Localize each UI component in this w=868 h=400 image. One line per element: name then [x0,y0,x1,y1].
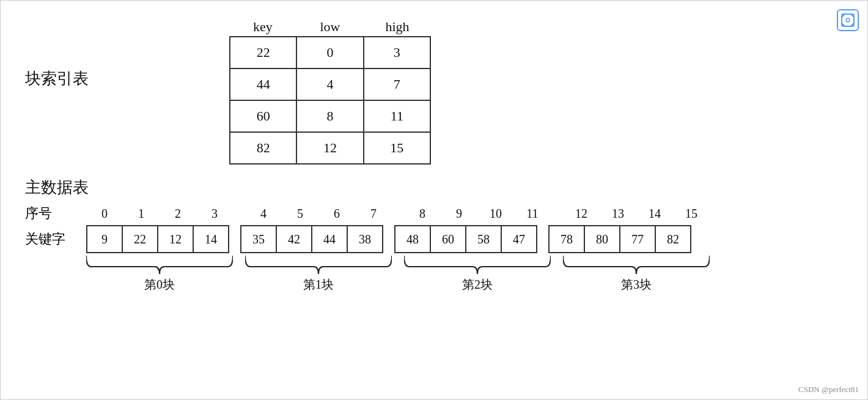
seq-number: 1 [123,207,160,221]
table-row: 821215 [230,132,430,164]
key-cell: 22 [122,225,158,253]
brace-label-2: 第2块 [462,276,493,293]
main-data-section: 主数据表 序号 0123456789101112131415 关键字 92212… [25,177,849,292]
cell-high-0: 3 [364,37,430,69]
brace-svg-1 [245,256,392,274]
key-cell: 42 [276,225,312,253]
key-row: 关键字 9221214354244384860584778807782 [25,225,849,253]
table-row: 2203 [230,37,430,69]
key-cell: 80 [584,225,620,253]
cell-low-3: 12 [296,132,363,164]
svg-point-1 [846,18,850,22]
brace-svg-3 [563,256,710,274]
brace-label-0: 第0块 [144,276,175,293]
brace-group-1: 第1块 [245,256,392,293]
seq-number: 5 [282,207,318,221]
key-cell: 60 [430,225,466,253]
seq-number: 2 [160,207,196,221]
seq-number: 7 [355,207,392,221]
seq-number: 11 [514,207,551,221]
table-row: 4447 [230,69,430,100]
key-cell: 38 [347,225,383,253]
seq-label: 序号 [25,204,74,223]
cell-key-0: 22 [230,37,296,69]
brace-svg-2 [404,256,551,274]
cell-high-3: 15 [364,132,430,164]
braces-area: 第0块第1块第2块第3块 [86,256,849,292]
block-index-label: 块索引表 [25,68,89,89]
seq-number: 13 [600,207,636,221]
index-table-headers: key low high [229,19,431,35]
header-key: key [229,19,296,35]
cell-low-2: 8 [296,100,363,132]
key-label: 关键字 [25,230,74,248]
seq-row: 序号 0123456789101112131415 [25,204,849,223]
index-table-wrapper: key low high 2203444760811821215 [229,19,431,165]
key-cell: 44 [311,225,348,253]
cell-low-1: 4 [296,69,363,100]
index-table: 2203444760811821215 [229,36,431,165]
seq-number: 14 [636,207,673,221]
key-cell: 12 [157,225,194,253]
cell-high-2: 11 [364,100,430,132]
watermark: CSDN @perfect81 [798,385,859,394]
key-cells: 9221214354244384860584778807782 [86,225,691,253]
cell-key-2: 60 [230,100,296,132]
seq-number: 12 [563,207,600,221]
key-cell: 58 [465,225,502,253]
seq-number: 3 [196,207,233,221]
seq-number: 6 [318,207,355,221]
key-cell: 78 [548,225,585,253]
brace-label-3: 第3块 [621,276,652,293]
key-cell: 9 [86,225,123,253]
cell-low-0: 0 [296,37,363,69]
cell-key-1: 44 [230,69,296,100]
cell-high-1: 7 [364,69,430,100]
key-cell: 47 [501,225,537,253]
seq-number: 9 [441,207,477,221]
main-data-label: 主数据表 [25,177,849,198]
brace-group-3: 第3块 [563,256,710,293]
key-cell: 77 [619,225,656,253]
seq-number: 10 [477,207,514,221]
key-cell: 82 [655,225,691,253]
header-high: high [364,19,431,35]
key-cell: 48 [394,225,431,253]
brace-svg-0 [86,256,233,274]
brace-group-0: 第0块 [86,256,233,293]
seq-number: 15 [673,207,710,221]
top-area: 块索引表 key low high 2203444760811821215 [25,19,849,165]
brace-group-2: 第2块 [404,256,551,293]
seq-number: 4 [245,207,282,221]
header-low: low [296,19,364,35]
seq-numbers: 0123456789101112131415 [86,207,710,221]
key-cell: 35 [240,225,277,253]
cell-key-3: 82 [230,132,296,164]
seq-number: 0 [86,207,123,221]
main-container: 块索引表 key low high 2203444760811821215 主数… [0,0,868,400]
brace-label-1: 第1块 [303,276,334,293]
screenshot-icon[interactable] [837,9,859,31]
key-cell: 14 [193,225,229,253]
seq-number: 8 [404,207,441,221]
table-row: 60811 [230,100,430,132]
